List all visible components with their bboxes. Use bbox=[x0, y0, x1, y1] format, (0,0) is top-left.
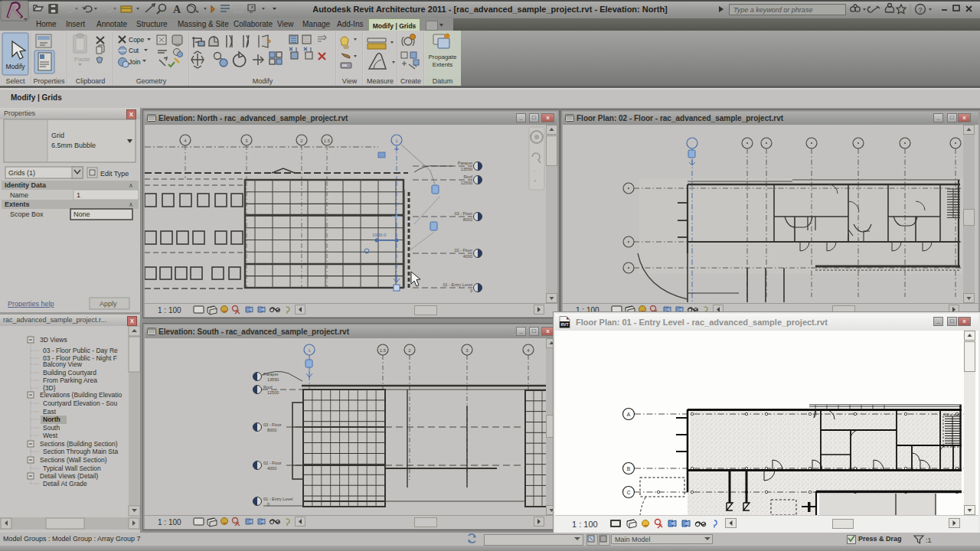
svg-text:Courtyard Elevation - Sou: Courtyard Elevation - Sou bbox=[43, 399, 118, 407]
svg-text:03 - Floor: 03 - Floor bbox=[263, 422, 282, 427]
svg-text:Identity Data: Identity Data bbox=[5, 181, 47, 189]
svg-text:Typical Wall Section: Typical Wall Section bbox=[43, 465, 101, 472]
svg-text:12500: 12500 bbox=[461, 181, 472, 185]
svg-text:C: C bbox=[627, 490, 631, 495]
svg-text:Edit Type: Edit Type bbox=[100, 170, 129, 178]
svg-text:8000: 8000 bbox=[463, 217, 472, 222]
svg-text:Detail At Grade: Detail At Grade bbox=[43, 480, 87, 487]
svg-text:1.5: 1.5 bbox=[380, 348, 387, 353]
svg-text:4000: 4000 bbox=[267, 466, 276, 471]
svg-text:∧: ∧ bbox=[129, 201, 133, 208]
svg-text:Section Through Main Sta: Section Through Main Sta bbox=[43, 448, 118, 455]
svg-text:13550: 13550 bbox=[267, 377, 279, 382]
svg-text:1: 1 bbox=[308, 348, 311, 353]
svg-text:4: 4 bbox=[184, 139, 187, 143]
svg-text:∧: ∧ bbox=[129, 182, 133, 189]
svg-text:Parapet: Parapet bbox=[458, 161, 473, 165]
svg-text:Paste: Paste bbox=[74, 56, 90, 63]
svg-text:Grid: Grid bbox=[51, 132, 64, 139]
svg-text:4000: 4000 bbox=[463, 254, 472, 259]
svg-text:2: 2 bbox=[300, 139, 303, 143]
svg-text:Cut: Cut bbox=[129, 47, 139, 54]
svg-text:03 - Floor: 03 - Floor bbox=[454, 211, 472, 216]
svg-text:A: A bbox=[173, 4, 181, 15]
svg-text:Building Courtyard: Building Courtyard bbox=[43, 369, 96, 377]
svg-text:Roof: Roof bbox=[463, 174, 472, 179]
svg-text:East: East bbox=[43, 408, 57, 416]
svg-text:01 - Entry Level: 01 - Entry Level bbox=[263, 497, 293, 501]
svg-text:6.5mm Bubble: 6.5mm Bubble bbox=[51, 142, 96, 149]
svg-text:4: 4 bbox=[527, 348, 530, 353]
svg-text:1: 1 bbox=[77, 191, 80, 199]
svg-text:Propagate: Propagate bbox=[429, 54, 457, 60]
svg-text:1.5: 1.5 bbox=[324, 139, 331, 143]
svg-text:0: 0 bbox=[470, 289, 472, 293]
svg-text:3: 3 bbox=[466, 348, 469, 353]
svg-text:Elevations (Building Elevatio: Elevations (Building Elevatio bbox=[40, 391, 122, 399]
svg-text:B: B bbox=[627, 466, 630, 471]
svg-text:Sections (Wall Section): Sections (Wall Section) bbox=[40, 456, 107, 464]
svg-text:Extents: Extents bbox=[433, 61, 453, 68]
svg-text:Sections (Building Section): Sections (Building Section) bbox=[40, 440, 118, 448]
svg-text::1: :1 bbox=[926, 536, 932, 544]
svg-text:Scope Box: Scope Box bbox=[10, 210, 44, 218]
svg-text:North: North bbox=[43, 416, 60, 423]
svg-text:2: 2 bbox=[408, 348, 411, 353]
svg-text:West: West bbox=[43, 432, 58, 439]
svg-text:Modify: Modify bbox=[5, 63, 25, 70]
svg-text:3: 3 bbox=[245, 139, 248, 143]
svg-text:A: A bbox=[627, 412, 631, 417]
svg-text:02 - Floor: 02 - Floor bbox=[263, 461, 282, 465]
svg-text:RVT: RVT bbox=[561, 322, 569, 327]
svg-text:Properties help: Properties help bbox=[8, 300, 54, 308]
svg-text:Grids (1): Grids (1) bbox=[8, 169, 35, 177]
svg-text:3D Views: 3D Views bbox=[40, 336, 67, 344]
svg-text:Join: Join bbox=[129, 58, 141, 66]
svg-text:12500: 12500 bbox=[267, 390, 279, 395]
svg-text:Balcony View: Balcony View bbox=[43, 360, 83, 368]
svg-text:03 - Floor Public - Day Re: 03 - Floor Public - Day Re bbox=[43, 347, 118, 354]
svg-text:1900.0: 1900.0 bbox=[372, 233, 387, 237]
svg-text:South: South bbox=[43, 424, 60, 432]
svg-text:Cope: Cope bbox=[129, 36, 145, 44]
svg-text:02 - Floor: 02 - Floor bbox=[454, 248, 472, 253]
svg-text:Extents: Extents bbox=[5, 201, 30, 208]
svg-text:01 - Entry Level: 01 - Entry Level bbox=[443, 282, 472, 287]
svg-text:Apply: Apply bbox=[100, 300, 117, 308]
svg-text:13550: 13550 bbox=[461, 167, 472, 171]
svg-text:?: ? bbox=[919, 6, 923, 14]
svg-text:Roof: Roof bbox=[263, 385, 273, 390]
svg-text:1: 1 bbox=[395, 139, 398, 143]
svg-text:+: + bbox=[534, 178, 537, 184]
svg-text:Detail Views (Detail): Detail Views (Detail) bbox=[40, 472, 99, 480]
svg-text:From Parking Area: From Parking Area bbox=[43, 377, 97, 384]
svg-text:None: None bbox=[74, 210, 90, 218]
svg-text:Name: Name bbox=[10, 191, 28, 199]
svg-text:8000: 8000 bbox=[267, 428, 276, 432]
